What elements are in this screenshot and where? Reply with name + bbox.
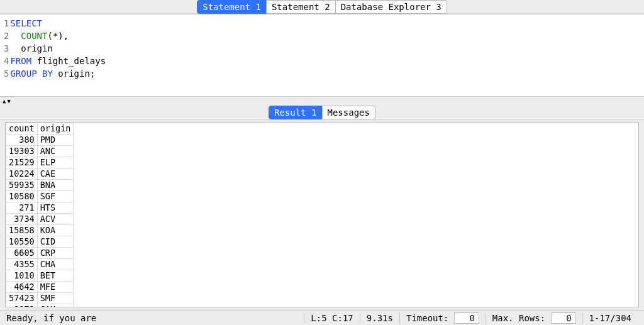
maxrows-field: Max. Rows: 0: [486, 312, 582, 324]
cell-count[interactable]: 59935: [6, 180, 38, 191]
triangle-down-icon: ▼: [7, 98, 10, 104]
cell-origin[interactable]: CAK: [37, 304, 74, 308]
result-grid[interactable]: countorigin380PMD19303ANC21529ELP10224CA…: [6, 123, 74, 307]
table-row[interactable]: 3734ACV: [6, 214, 74, 225]
cell-origin[interactable]: CRP: [37, 248, 74, 259]
timeout-label: Timeout:: [406, 313, 448, 323]
cell-origin[interactable]: ELP: [37, 157, 74, 168]
table-row[interactable]: 10580SGF: [6, 191, 74, 202]
elapsed-time: 9.31s: [360, 313, 399, 323]
result-tab[interactable]: Result 1: [269, 106, 322, 119]
result-grid-container[interactable]: countorigin380PMD19303ANC21529ELP10224CA…: [5, 122, 639, 307]
sql-editor[interactable]: 12345 SELECT COUNT(*), originFROM flight…: [0, 14, 644, 97]
cell-origin[interactable]: CHA: [37, 259, 74, 270]
editor-tab[interactable]: Statement 1: [197, 0, 267, 14]
table-row[interactable]: 10224CAE: [6, 168, 74, 180]
table-row[interactable]: 10550CID: [6, 236, 74, 248]
table-row[interactable]: 6605CRP: [6, 248, 74, 259]
cell-count[interactable]: 21529: [6, 157, 38, 168]
cell-count[interactable]: 1010: [6, 270, 38, 282]
status-message: Ready, if you are: [6, 313, 304, 323]
table-row[interactable]: 59935BNA: [6, 180, 74, 191]
split-handle[interactable]: ▲▼: [0, 97, 644, 106]
cell-count[interactable]: 19303: [6, 146, 38, 157]
cell-count[interactable]: 10580: [6, 191, 38, 202]
status-bar: Ready, if you are L:5 C:17 9.31s Timeout…: [0, 310, 644, 325]
timeout-field: Timeout: 0: [399, 312, 486, 324]
cell-origin[interactable]: CID: [37, 236, 74, 248]
cell-origin[interactable]: PMD: [37, 135, 74, 146]
column-header[interactable]: count: [6, 123, 38, 135]
cell-origin[interactable]: BET: [37, 270, 74, 282]
cell-count[interactable]: 4355: [6, 259, 38, 270]
cell-origin[interactable]: ANC: [37, 146, 74, 157]
maxrows-label: Max. Rows:: [492, 313, 545, 323]
triangle-up-icon: ▲: [3, 98, 6, 104]
cell-count[interactable]: 380: [6, 135, 38, 146]
table-row[interactable]: 4642MFE: [6, 282, 74, 293]
result-tab[interactable]: Messages: [322, 106, 375, 119]
cell-count[interactable]: 6605: [6, 248, 38, 259]
line-gutter: 12345: [0, 14, 10, 96]
cell-count[interactable]: 9079: [6, 304, 38, 308]
cell-count[interactable]: 271: [6, 202, 38, 214]
column-header[interactable]: origin: [37, 123, 74, 135]
cell-origin[interactable]: KOA: [37, 225, 74, 236]
editor-tab-bar: Statement 1Statement 2Database Explorer …: [0, 0, 644, 14]
cell-origin[interactable]: CAE: [37, 168, 74, 180]
cell-count[interactable]: 57423: [6, 293, 38, 304]
cell-origin[interactable]: ACV: [37, 214, 74, 225]
editor-tab[interactable]: Statement 2: [266, 0, 336, 14]
editor-tab[interactable]: Database Explorer 3: [335, 0, 447, 14]
cell-count[interactable]: 10550: [6, 236, 38, 248]
table-row[interactable]: 21529ELP: [6, 157, 74, 168]
cell-count[interactable]: 4642: [6, 282, 38, 293]
cell-origin[interactable]: HTS: [37, 202, 74, 214]
table-row[interactable]: 4355CHA: [6, 259, 74, 270]
cell-origin[interactable]: SMF: [37, 293, 74, 304]
cell-origin[interactable]: MFE: [37, 282, 74, 293]
table-row[interactable]: 15858KOA: [6, 225, 74, 236]
row-range: 1-17/304: [582, 313, 638, 323]
timeout-value[interactable]: 0: [454, 312, 479, 324]
table-row[interactable]: 9079CAK: [6, 304, 74, 308]
cell-count[interactable]: 3734: [6, 214, 38, 225]
cell-count[interactable]: 10224: [6, 168, 38, 180]
result-panel: countorigin380PMD19303ANC21529ELP10224CA…: [0, 119, 644, 310]
cell-origin[interactable]: SGF: [37, 191, 74, 202]
cell-origin[interactable]: BNA: [37, 180, 74, 191]
table-row[interactable]: 271HTS: [6, 202, 74, 214]
code-area[interactable]: SELECT COUNT(*), originFROM flight_delay…: [10, 14, 106, 96]
maxrows-value[interactable]: 0: [551, 312, 576, 324]
app-window: Statement 1Statement 2Database Explorer …: [0, 0, 644, 325]
cursor-position: L:5 C:17: [304, 313, 359, 323]
cell-count[interactable]: 15858: [6, 225, 38, 236]
table-row[interactable]: 19303ANC: [6, 146, 74, 157]
table-row[interactable]: 1010BET: [6, 270, 74, 282]
table-row[interactable]: 380PMD: [6, 135, 74, 146]
table-row[interactable]: 57423SMF: [6, 293, 74, 304]
result-tab-bar: Result 1Messages: [0, 106, 644, 119]
